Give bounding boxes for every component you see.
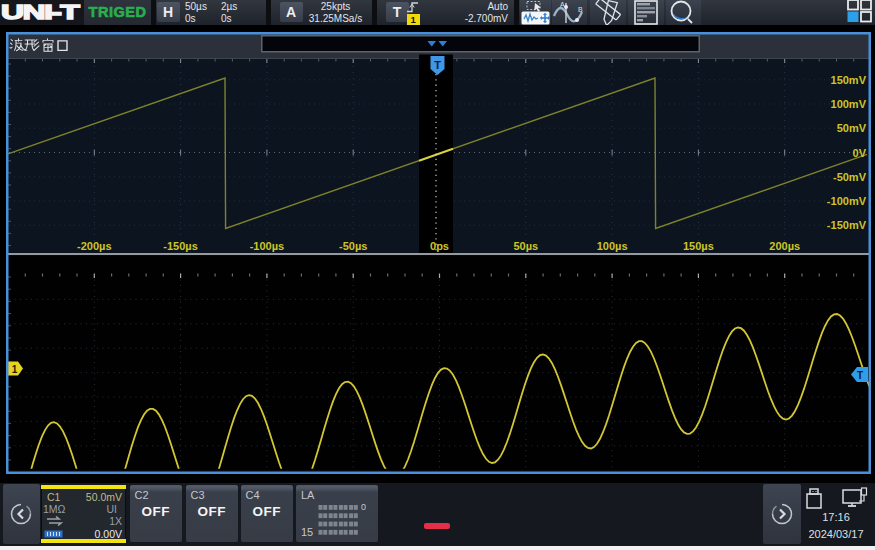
svg-text:-200µs: -200µs	[77, 240, 111, 252]
svg-text:150mV: 150mV	[831, 74, 867, 86]
svg-text:-50mV: -50mV	[833, 171, 867, 183]
svg-text:50µs: 50µs	[513, 240, 538, 252]
svg-text:100µs: 100µs	[597, 240, 628, 252]
svg-text:-150µs: -150µs	[163, 240, 197, 252]
svg-text:200µs: 200µs	[769, 240, 800, 252]
svg-text:T: T	[434, 59, 441, 71]
svg-text:-100µs: -100µs	[250, 240, 284, 252]
svg-text:0V: 0V	[853, 147, 867, 159]
svg-text:100mV: 100mV	[831, 98, 867, 110]
svg-text:B: B	[578, 6, 583, 13]
svg-text:0ps: 0ps	[430, 240, 449, 252]
svg-text:1: 1	[12, 364, 18, 375]
svg-text:A: A	[560, 1, 565, 8]
svg-text:-150mV: -150mV	[827, 219, 867, 231]
svg-text:T: T	[857, 370, 863, 381]
svg-text:150µs: 150µs	[683, 240, 714, 252]
svg-text:-50µs: -50µs	[339, 240, 367, 252]
svg-text:50mV: 50mV	[837, 122, 867, 134]
svg-text:-100mV: -100mV	[827, 195, 867, 207]
